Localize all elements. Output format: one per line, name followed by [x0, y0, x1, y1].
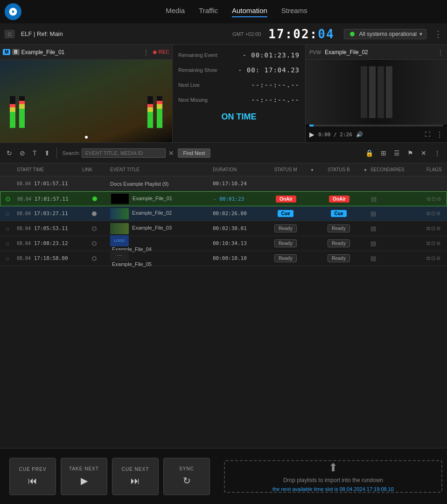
row-status-m[interactable]: Ready: [262, 239, 309, 247]
row-status-b[interactable]: OnAir: [316, 196, 363, 203]
row-block-icon[interactable]: ⊘: [437, 196, 441, 202]
flag-button[interactable]: ⚑: [405, 147, 416, 159]
grid-button[interactable]: ⊞: [378, 147, 389, 159]
pvw-more-button[interactable]: ⋮: [438, 49, 443, 56]
table-row: ○ 08.04 17:03:27.11 Example_File_02 00:0…: [0, 206, 447, 221]
cue-next-button[interactable]: CUE NEXT ⏭: [112, 458, 159, 495]
status-badge-onair-m[interactable]: OnAir: [276, 196, 296, 203]
row-status-m[interactable]: OnAir: [263, 196, 309, 203]
vu-meter-left: [9, 96, 25, 128]
pvw-progress-fill: [309, 125, 314, 126]
status-badge-ready-b2[interactable]: Ready: [328, 239, 350, 247]
take-next-button[interactable]: TAKE NEXT ▶: [61, 458, 107, 495]
row-monitor-icon[interactable]: ⧉: [427, 196, 431, 202]
row-link: [80, 211, 108, 216]
list-button[interactable]: ☰: [391, 147, 403, 159]
vu-meter-right: [147, 96, 163, 128]
lock-button[interactable]: 🔒: [363, 147, 376, 159]
col-header-start-time: START TIME: [15, 167, 80, 172]
pvw-play-button[interactable]: ▶: [309, 131, 314, 138]
row-dot-icon[interactable]: ⊙: [5, 195, 11, 203]
tab-media[interactable]: Media: [166, 7, 185, 17]
status-badge-ready-m3[interactable]: Ready: [274, 254, 297, 262]
row-flags: ⧉ ⊡ ⊘: [425, 255, 447, 261]
row-status-b[interactable]: Ready: [315, 224, 362, 232]
row-status-m[interactable]: Ready: [262, 254, 309, 262]
row-copy-icon[interactable]: ⊡: [431, 225, 435, 231]
row-datetime: 08.04 17:01:57.11: [15, 196, 81, 202]
left-panel-more-button[interactable]: ⋮: [143, 49, 149, 56]
row-monitor-icon[interactable]: ⧉: [426, 255, 430, 261]
cue-prev-button[interactable]: CUE PREV ⏮: [9, 458, 56, 495]
row-status-b[interactable]: Ready: [315, 254, 362, 262]
row-copy-icon[interactable]: ⊡: [431, 210, 435, 217]
tab-automation[interactable]: Automation: [232, 7, 267, 17]
row-monitor-icon[interactable]: ⧉: [426, 210, 430, 217]
status-badge-ready-m2[interactable]: Ready: [274, 239, 297, 247]
row-title-text[interactable]: Example_File_02: [132, 210, 172, 216]
sync-icon: ↻: [183, 475, 191, 486]
toolbar-more-button[interactable]: ⋮: [431, 147, 443, 159]
row-status-m[interactable]: Ready: [262, 224, 309, 232]
delete-button[interactable]: ✕: [418, 147, 429, 159]
row-thumb-cell: LOGO Example_File_04: [108, 235, 211, 252]
row-title-text[interactable]: Example_File_01: [133, 196, 172, 201]
row-title[interactable]: Docs Example Playlist (9): [108, 181, 211, 187]
row-link: [80, 256, 108, 261]
cue-next-label: CUE NEXT: [122, 467, 149, 472]
row-block-icon[interactable]: ⊘: [436, 225, 440, 231]
drop-zone[interactable]: ⬆ Drop playlists to import into the rund…: [224, 460, 442, 493]
sync-button[interactable]: SYNC ↻: [163, 458, 210, 495]
row-flags: ⧉ ⊡ ⊘: [425, 240, 447, 246]
tab-traffic[interactable]: Traffic: [199, 7, 218, 17]
row-monitor-icon[interactable]: ⧉: [426, 225, 430, 231]
pvw-expand-button[interactable]: ⛶: [425, 131, 430, 138]
find-next-button[interactable]: Find Next: [178, 148, 210, 158]
pvw-title-bar: PVW Example_File_02 ⋮: [306, 45, 447, 60]
status-badge-cue-b[interactable]: Cue: [331, 210, 347, 217]
row-dot-icon: ○: [6, 225, 9, 232]
row-copy-icon[interactable]: ⊡: [431, 255, 435, 261]
row-block-icon[interactable]: ⊘: [436, 255, 440, 261]
row-block-icon[interactable]: ⊘: [436, 210, 440, 217]
row-monitor-icon[interactable]: ⧉: [426, 240, 430, 246]
row-status-m[interactable]: Cue: [262, 210, 309, 217]
row-title-text[interactable]: Example_File_03: [132, 225, 172, 231]
pvw-volume-button[interactable]: 🔊: [356, 131, 363, 138]
header-more-button[interactable]: ⋮: [434, 29, 442, 39]
status-dropdown-icon[interactable]: ▾: [419, 31, 422, 37]
top-navigation: Media Traffic Automation Streams: [0, 0, 447, 23]
pvw-controls-more-button[interactable]: ⋮: [436, 130, 443, 139]
video-inner: [0, 60, 172, 142]
row-title-text[interactable]: Example_File_05: [112, 261, 152, 267]
status-badge-ready-b[interactable]: Ready: [328, 224, 350, 232]
pvw-vert-bars: [361, 60, 392, 125]
row-duration: - 00:01:23: [211, 196, 263, 202]
row-status-b[interactable]: Ready: [315, 239, 362, 247]
status-badge-onair-b[interactable]: OnAir: [329, 196, 349, 203]
toggle-button[interactable]: □: [5, 30, 14, 38]
vu-bar-1: [9, 96, 16, 128]
left-panel: M B Example_File_01 ⋮ ◉ REC: [0, 45, 173, 142]
refresh-button[interactable]: ↻: [4, 147, 15, 159]
search-input[interactable]: [82, 148, 166, 158]
block-button[interactable]: ⊘: [17, 147, 28, 159]
row-copy-icon[interactable]: ⊡: [432, 196, 436, 202]
status-badge-cue-m[interactable]: Cue: [278, 210, 294, 217]
pvw-progress-bar[interactable]: [309, 125, 443, 126]
row-block-icon[interactable]: ⊘: [436, 240, 440, 246]
status-badge-ready-b3[interactable]: Ready: [328, 254, 350, 262]
col-header-secondaries: SECONDARIES: [369, 167, 425, 172]
tab-streams[interactable]: Streams: [281, 7, 307, 17]
status-badge-ready-m[interactable]: Ready: [274, 224, 297, 232]
row-status-b[interactable]: Cue: [315, 210, 362, 217]
text-button[interactable]: T: [30, 147, 40, 159]
upload-button[interactable]: ⬆: [42, 147, 53, 159]
icon-m: M: [3, 49, 10, 55]
search-clear-button[interactable]: ✕: [168, 149, 174, 157]
table-header: START TIME LINK EVENT TITLE DURATION STA…: [0, 163, 447, 176]
row-copy-icon[interactable]: ⊡: [431, 240, 435, 246]
table-row: ⊙ 08.04 17:01:57.11 Example_File_01 - 00…: [0, 191, 447, 206]
vu-bar-3: [147, 96, 154, 128]
gmt-label: GMT +02:00: [232, 31, 261, 37]
